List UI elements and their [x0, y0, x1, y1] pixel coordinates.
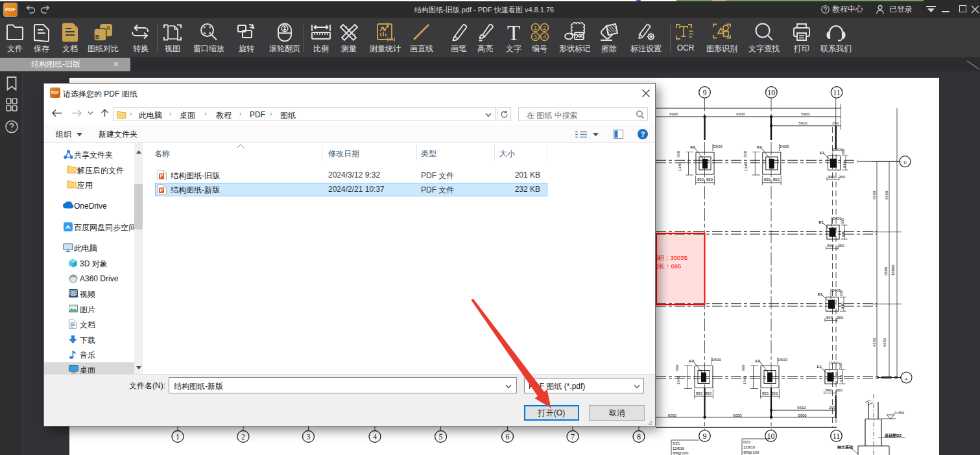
svg-text:5900: 5900	[798, 414, 807, 417]
svg-text:?: ?	[641, 130, 645, 138]
svg-text:-0.050: -0.050	[893, 411, 905, 415]
svg-text:6: 6	[506, 432, 510, 441]
svg-text:18800: 18800	[891, 264, 895, 275]
svg-text:5610: 5610	[797, 406, 806, 410]
svg-text:11: 11	[833, 88, 841, 97]
svg-text:12Φ16: 12Φ16	[743, 445, 756, 449]
svg-text:A: A	[106, 25, 111, 31]
svg-text:8: 8	[637, 432, 641, 441]
svg-text:290: 290	[832, 121, 839, 125]
svg-text:6000: 6000	[669, 112, 678, 116]
svg-text:11: 11	[833, 432, 841, 441]
svg-text:6650: 6650	[885, 191, 889, 200]
svg-text:6650: 6650	[883, 338, 887, 347]
svg-text:3: 3	[534, 34, 537, 40]
svg-text:面积：30035: 面积：30035	[652, 254, 687, 261]
svg-text:5610: 5610	[798, 121, 807, 125]
svg-text:2: 2	[241, 432, 245, 441]
svg-text:6000: 6000	[733, 414, 742, 417]
svg-text:12Φ16: 12Φ16	[673, 447, 685, 450]
svg-text:1: 1	[176, 432, 180, 441]
svg-text:4360: 4360	[872, 338, 876, 347]
svg-text:P: P	[160, 187, 163, 193]
svg-text:DZ2: DZ2	[743, 440, 751, 444]
svg-text:9: 9	[703, 432, 707, 441]
svg-text:P: P	[160, 173, 163, 179]
svg-text:Φ8@100: Φ8@100	[743, 450, 759, 454]
svg-text:基础梁DZ: 基础梁DZ	[884, 433, 902, 438]
svg-text:Φ8@100: Φ8@100	[673, 451, 689, 455]
svg-text:5900: 5900	[801, 112, 810, 116]
svg-text:B: B	[95, 34, 100, 40]
svg-text:周长：695: 周长：695	[652, 262, 681, 270]
svg-text:D: D	[903, 161, 907, 165]
svg-text:10: 10	[767, 432, 775, 441]
svg-text:独立基础: 独立基础	[837, 445, 853, 449]
svg-text:DZ1: DZ1	[673, 441, 680, 445]
svg-text:A: A	[905, 377, 907, 381]
svg-text:4: 4	[373, 432, 377, 441]
svg-text:3: 3	[307, 432, 311, 441]
svg-text:290: 290	[829, 406, 836, 410]
svg-text:6000: 6000	[668, 414, 677, 417]
svg-text:9: 9	[703, 88, 707, 97]
svg-text:5: 5	[439, 432, 443, 441]
svg-text:1: 1	[534, 25, 537, 31]
svg-text:6000: 6000	[736, 112, 745, 116]
svg-text:7: 7	[571, 432, 575, 441]
svg-text:10: 10	[767, 88, 775, 97]
svg-text:4360: 4360	[872, 191, 876, 200]
svg-text:6500: 6500	[884, 266, 888, 275]
